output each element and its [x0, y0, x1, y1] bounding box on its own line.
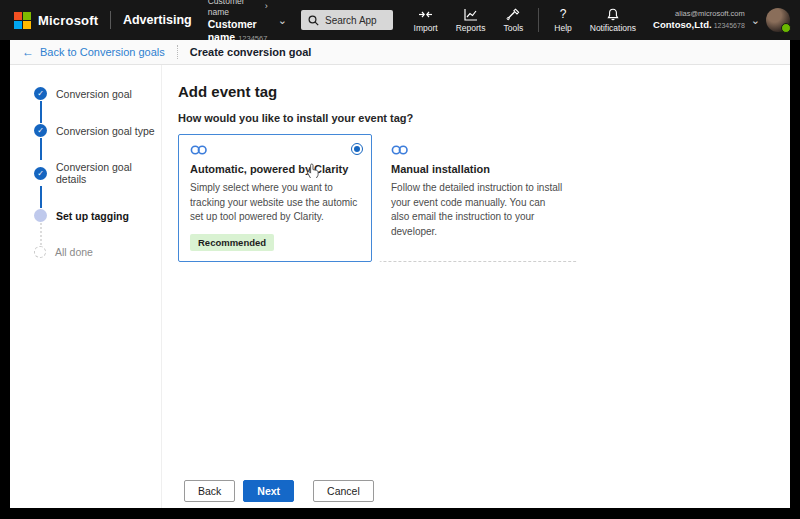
radio-dot	[354, 146, 360, 152]
divider	[110, 11, 111, 29]
profile-menu[interactable]: alias@microsoft.com Contoso,Ltd.12345678…	[653, 8, 790, 32]
microsoft-logo[interactable]: Microsoft	[14, 12, 98, 29]
user-avatar[interactable]	[766, 8, 790, 32]
step-connector	[40, 101, 42, 123]
page-subheader: ← Back to Conversion goals Create conver…	[10, 40, 790, 65]
tools-icon	[506, 8, 520, 21]
menu-item-label: Import	[414, 23, 438, 33]
install-options: Automatic, powered by Clarity Simply sel…	[178, 134, 790, 262]
section-heading: Add event tag	[178, 83, 790, 100]
step-connector	[40, 138, 42, 160]
help-icon: ?	[560, 7, 567, 21]
profile-email: alias@microsoft.com	[675, 9, 745, 19]
back-arrow-icon: ←	[22, 45, 34, 59]
topbar-menu: Import Reports Tools ? Help	[405, 4, 646, 36]
microsoft-logo-icon	[14, 12, 31, 29]
link-icon	[190, 144, 208, 156]
install-question: How would you like to install your event…	[178, 112, 790, 124]
step-complete-icon: ✓	[34, 87, 47, 100]
account-parent-name: Customer name	[208, 0, 261, 18]
option-title: Manual installation	[391, 163, 566, 175]
menu-item-label: Tools	[503, 23, 523, 33]
wizard-step-set-up-tagging[interactable]: Set up tagging	[34, 209, 161, 222]
next-button[interactable]: Next	[243, 480, 294, 502]
menu-item-reports[interactable]: Reports	[447, 5, 495, 36]
menu-item-label: Notifications	[590, 23, 636, 33]
recommended-badge: Recommended	[190, 234, 274, 251]
page-title: Create conversion goal	[190, 46, 312, 58]
menu-item-notifications[interactable]: Notifications	[581, 5, 645, 36]
wizard-steps-sidebar: ✓ Conversion goal ✓ Conversion goal type…	[10, 65, 162, 508]
step-label: All done	[55, 246, 93, 258]
step-upcoming-icon	[34, 246, 46, 258]
chevron-down-icon: ⌄	[278, 17, 287, 24]
product-name: Advertising	[123, 13, 192, 27]
radio-selected[interactable]	[351, 143, 363, 155]
cancel-button[interactable]: Cancel	[313, 480, 374, 502]
chevron-down-icon: ⌄	[751, 17, 760, 24]
brand-name: Microsoft	[38, 13, 98, 28]
step-complete-icon: ✓	[34, 167, 47, 180]
profile-company-id: 12345678	[714, 22, 745, 29]
option-card-automatic-clarity[interactable]: Automatic, powered by Clarity Simply sel…	[178, 134, 372, 262]
account-picker[interactable]: Customer name › Customer name1234567 ⌄	[208, 0, 287, 44]
bell-icon	[607, 8, 619, 21]
menu-item-label: Help	[554, 23, 571, 33]
menu-item-import[interactable]: Import	[405, 5, 447, 36]
step-connector	[40, 223, 42, 245]
step-label: Set up tagging	[56, 210, 129, 222]
option-description: Simply select where you want to tracking…	[190, 181, 360, 225]
step-label: Conversion goal details	[56, 161, 161, 185]
app-surface: ← Back to Conversion goals Create conver…	[10, 40, 790, 508]
import-icon	[418, 8, 433, 21]
divider	[177, 45, 178, 59]
step-label: Conversion goal type	[56, 125, 155, 137]
divider	[538, 8, 539, 32]
wizard-step-all-done[interactable]: All done	[34, 246, 161, 258]
screen: Microsoft Advertising Customer name › Cu…	[0, 0, 800, 519]
reports-icon	[464, 8, 478, 21]
step-label: Conversion goal	[56, 88, 132, 100]
wizard-step-conversion-goal-details[interactable]: ✓ Conversion goal details	[34, 161, 161, 185]
link-icon	[391, 144, 409, 156]
main-panel: Add event tag How would you like to inst…	[162, 65, 790, 508]
top-navigation-bar: Microsoft Advertising Customer name › Cu…	[0, 0, 800, 40]
wizard-step-conversion-goal-type[interactable]: ✓ Conversion goal type	[34, 124, 161, 137]
menu-item-label: Reports	[456, 23, 486, 33]
app-search[interactable]	[301, 10, 393, 30]
search-input[interactable]	[325, 15, 386, 26]
back-to-conversion-goals-link[interactable]: ← Back to Conversion goals	[22, 45, 165, 59]
profile-company: Contoso,Ltd.	[653, 19, 712, 30]
search-icon	[308, 15, 319, 26]
wizard-step-conversion-goal[interactable]: ✓ Conversion goal	[34, 87, 161, 100]
menu-item-help[interactable]: ? Help	[545, 4, 580, 36]
back-link-label: Back to Conversion goals	[40, 46, 165, 58]
step-complete-icon: ✓	[34, 124, 47, 137]
step-current-icon	[34, 209, 47, 222]
option-title: Automatic, powered by Clarity	[190, 163, 360, 175]
menu-item-tools[interactable]: Tools	[494, 5, 532, 36]
chevron-right-icon: ›	[265, 1, 268, 12]
option-description: Follow the detailed instruction to insta…	[391, 181, 566, 239]
wizard-footer: Back Next Cancel	[184, 480, 374, 502]
step-connector	[40, 186, 42, 208]
option-card-manual-installation[interactable]: Manual installation Follow the detailed …	[379, 134, 578, 262]
back-button[interactable]: Back	[184, 480, 235, 502]
